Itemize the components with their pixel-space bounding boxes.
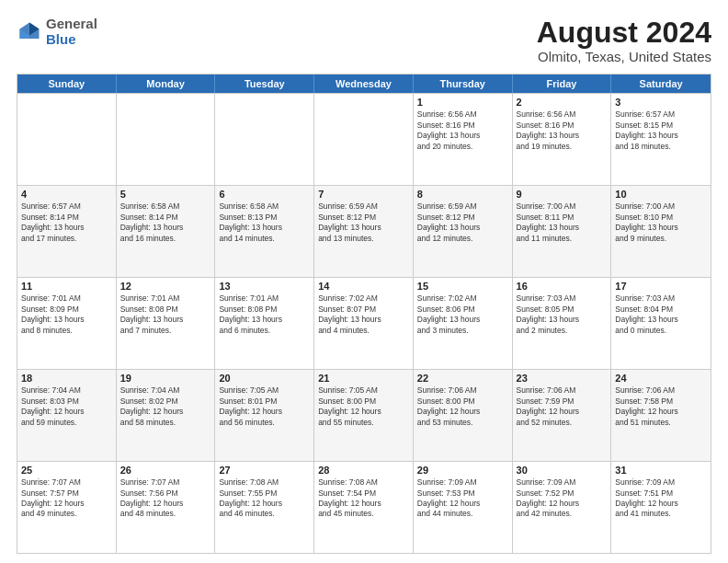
empty-cell xyxy=(17,94,117,185)
day-cell-31: 31Sunrise: 7:09 AM Sunset: 7:51 PM Dayli… xyxy=(611,462,711,553)
day-number: 2 xyxy=(517,97,608,108)
day-info: Sunrise: 6:57 AM Sunset: 8:15 PM Dayligh… xyxy=(615,109,707,152)
day-number: 25 xyxy=(21,465,112,476)
empty-cell xyxy=(117,94,216,185)
day-number: 10 xyxy=(615,189,707,200)
calendar-row-0: 1Sunrise: 6:56 AM Sunset: 8:16 PM Daylig… xyxy=(17,93,711,185)
header-day-tuesday: Tuesday xyxy=(215,75,314,93)
day-cell-24: 24Sunrise: 7:06 AM Sunset: 7:58 PM Dayli… xyxy=(611,370,711,461)
empty-cell xyxy=(215,94,314,185)
day-cell-9: 9Sunrise: 7:00 AM Sunset: 8:11 PM Daylig… xyxy=(513,186,612,277)
day-cell-21: 21Sunrise: 7:05 AM Sunset: 8:00 PM Dayli… xyxy=(314,370,414,461)
header: General Blue August 2024 Olmito, Texas, … xyxy=(17,17,711,64)
header-day-monday: Monday xyxy=(117,75,216,93)
day-cell-6: 6Sunrise: 6:58 AM Sunset: 8:13 PM Daylig… xyxy=(215,186,314,277)
day-info: Sunrise: 7:09 AM Sunset: 7:51 PM Dayligh… xyxy=(615,477,707,520)
day-cell-25: 25Sunrise: 7:07 AM Sunset: 7:57 PM Dayli… xyxy=(17,462,117,553)
day-cell-17: 17Sunrise: 7:03 AM Sunset: 8:04 PM Dayli… xyxy=(611,278,711,369)
logo: General Blue xyxy=(17,17,97,47)
day-cell-8: 8Sunrise: 6:59 AM Sunset: 8:12 PM Daylig… xyxy=(414,186,513,277)
day-info: Sunrise: 7:01 AM Sunset: 8:08 PM Dayligh… xyxy=(120,293,211,336)
day-cell-10: 10Sunrise: 7:00 AM Sunset: 8:10 PM Dayli… xyxy=(611,186,711,277)
day-info: Sunrise: 7:07 AM Sunset: 7:57 PM Dayligh… xyxy=(21,477,112,520)
day-cell-5: 5Sunrise: 6:58 AM Sunset: 8:14 PM Daylig… xyxy=(117,186,216,277)
day-number: 14 xyxy=(318,281,409,292)
day-cell-22: 22Sunrise: 7:06 AM Sunset: 8:00 PM Dayli… xyxy=(414,370,513,461)
day-number: 13 xyxy=(219,281,310,292)
day-cell-4: 4Sunrise: 6:57 AM Sunset: 8:14 PM Daylig… xyxy=(17,186,117,277)
logo-general: General xyxy=(46,16,97,31)
logo-blue: Blue xyxy=(46,31,76,47)
day-cell-7: 7Sunrise: 6:59 AM Sunset: 8:12 PM Daylig… xyxy=(314,186,414,277)
day-cell-26: 26Sunrise: 7:07 AM Sunset: 7:56 PM Dayli… xyxy=(117,462,216,553)
day-info: Sunrise: 7:03 AM Sunset: 8:05 PM Dayligh… xyxy=(517,293,608,336)
day-cell-16: 16Sunrise: 7:03 AM Sunset: 8:05 PM Dayli… xyxy=(513,278,612,369)
day-number: 17 xyxy=(615,281,707,292)
day-info: Sunrise: 7:02 AM Sunset: 8:07 PM Dayligh… xyxy=(318,293,409,336)
day-number: 15 xyxy=(417,281,508,292)
day-info: Sunrise: 6:56 AM Sunset: 8:16 PM Dayligh… xyxy=(517,109,608,152)
day-cell-23: 23Sunrise: 7:06 AM Sunset: 7:59 PM Dayli… xyxy=(513,370,612,461)
day-number: 4 xyxy=(21,189,112,200)
day-number: 28 xyxy=(318,465,409,476)
day-number: 8 xyxy=(417,189,508,200)
calendar: SundayMondayTuesdayWednesdayThursdayFrid… xyxy=(17,74,711,554)
day-info: Sunrise: 7:06 AM Sunset: 7:58 PM Dayligh… xyxy=(615,385,707,428)
day-cell-11: 11Sunrise: 7:01 AM Sunset: 8:09 PM Dayli… xyxy=(17,278,117,369)
page-title: August 2024 xyxy=(537,17,711,49)
day-info: Sunrise: 7:00 AM Sunset: 8:10 PM Dayligh… xyxy=(615,201,707,244)
day-cell-30: 30Sunrise: 7:09 AM Sunset: 7:52 PM Dayli… xyxy=(513,462,612,553)
day-number: 21 xyxy=(318,373,409,384)
day-cell-28: 28Sunrise: 7:08 AM Sunset: 7:54 PM Dayli… xyxy=(314,462,414,553)
day-info: Sunrise: 7:05 AM Sunset: 8:01 PM Dayligh… xyxy=(219,385,310,428)
day-cell-2: 2Sunrise: 6:56 AM Sunset: 8:16 PM Daylig… xyxy=(513,94,612,185)
day-number: 26 xyxy=(120,465,211,476)
calendar-row-1: 4Sunrise: 6:57 AM Sunset: 8:14 PM Daylig… xyxy=(17,185,711,277)
calendar-row-4: 25Sunrise: 7:07 AM Sunset: 7:57 PM Dayli… xyxy=(17,461,711,553)
logo-icon xyxy=(17,19,42,45)
day-info: Sunrise: 7:08 AM Sunset: 7:55 PM Dayligh… xyxy=(219,477,310,520)
day-number: 12 xyxy=(120,281,211,292)
day-cell-29: 29Sunrise: 7:09 AM Sunset: 7:53 PM Dayli… xyxy=(414,462,513,553)
day-number: 29 xyxy=(417,465,508,476)
page-subtitle: Olmito, Texas, United States xyxy=(537,49,711,64)
empty-cell xyxy=(314,94,414,185)
day-info: Sunrise: 6:59 AM Sunset: 8:12 PM Dayligh… xyxy=(417,201,508,244)
day-number: 30 xyxy=(517,465,608,476)
day-info: Sunrise: 7:04 AM Sunset: 8:02 PM Dayligh… xyxy=(120,385,211,428)
day-info: Sunrise: 7:08 AM Sunset: 7:54 PM Dayligh… xyxy=(318,477,409,520)
day-number: 20 xyxy=(219,373,310,384)
day-cell-15: 15Sunrise: 7:02 AM Sunset: 8:06 PM Dayli… xyxy=(414,278,513,369)
day-info: Sunrise: 7:03 AM Sunset: 8:04 PM Dayligh… xyxy=(615,293,707,336)
day-info: Sunrise: 7:01 AM Sunset: 8:09 PM Dayligh… xyxy=(21,293,112,336)
day-number: 5 xyxy=(120,189,211,200)
day-number: 11 xyxy=(21,281,112,292)
day-info: Sunrise: 6:56 AM Sunset: 8:16 PM Dayligh… xyxy=(417,109,508,152)
day-info: Sunrise: 6:59 AM Sunset: 8:12 PM Dayligh… xyxy=(318,201,409,244)
day-number: 7 xyxy=(318,189,409,200)
day-info: Sunrise: 7:09 AM Sunset: 7:52 PM Dayligh… xyxy=(517,477,608,520)
day-cell-18: 18Sunrise: 7:04 AM Sunset: 8:03 PM Dayli… xyxy=(17,370,117,461)
day-number: 27 xyxy=(219,465,310,476)
day-cell-27: 27Sunrise: 7:08 AM Sunset: 7:55 PM Dayli… xyxy=(215,462,314,553)
day-number: 31 xyxy=(615,465,707,476)
day-number: 16 xyxy=(517,281,608,292)
day-info: Sunrise: 7:07 AM Sunset: 7:56 PM Dayligh… xyxy=(120,477,211,520)
calendar-body: 1Sunrise: 6:56 AM Sunset: 8:16 PM Daylig… xyxy=(17,93,711,553)
day-number: 22 xyxy=(417,373,508,384)
day-info: Sunrise: 7:06 AM Sunset: 7:59 PM Dayligh… xyxy=(517,385,608,428)
page: General Blue August 2024 Olmito, Texas, … xyxy=(0,0,728,563)
day-cell-19: 19Sunrise: 7:04 AM Sunset: 8:02 PM Dayli… xyxy=(117,370,216,461)
header-day-wednesday: Wednesday xyxy=(314,75,414,93)
calendar-row-2: 11Sunrise: 7:01 AM Sunset: 8:09 PM Dayli… xyxy=(17,277,711,369)
day-info: Sunrise: 6:58 AM Sunset: 8:13 PM Dayligh… xyxy=(219,201,310,244)
day-number: 23 xyxy=(517,373,608,384)
header-day-sunday: Sunday xyxy=(17,75,117,93)
logo-text: General Blue xyxy=(46,17,97,47)
title-block: August 2024 Olmito, Texas, United States xyxy=(537,17,711,64)
day-info: Sunrise: 7:06 AM Sunset: 8:00 PM Dayligh… xyxy=(417,385,508,428)
header-day-saturday: Saturday xyxy=(611,75,711,93)
day-cell-3: 3Sunrise: 6:57 AM Sunset: 8:15 PM Daylig… xyxy=(611,94,711,185)
day-info: Sunrise: 6:58 AM Sunset: 8:14 PM Dayligh… xyxy=(120,201,211,244)
day-number: 9 xyxy=(517,189,608,200)
